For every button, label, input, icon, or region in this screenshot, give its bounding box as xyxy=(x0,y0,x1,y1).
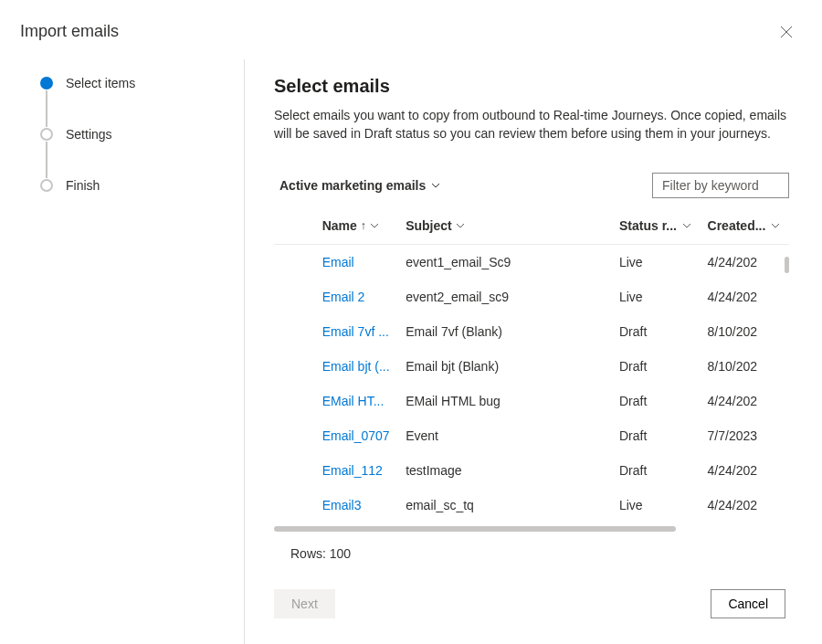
email-subject-cell: Email bjt (Blank) xyxy=(398,349,612,384)
filter-input[interactable] xyxy=(652,173,789,198)
email-created-cell: 4/24/202 xyxy=(701,453,789,488)
email-subject-cell: Event xyxy=(398,418,612,453)
table-row[interactable]: Email 2event2_email_sc9Live4/24/202 xyxy=(274,280,789,314)
main-panel: Select emails Select emails you want to … xyxy=(245,59,822,644)
email-name-link[interactable]: Email xyxy=(322,255,354,269)
view-selector[interactable]: Active marketing emails xyxy=(279,178,440,193)
step-indicator-icon xyxy=(40,179,53,192)
email-created-cell: 8/10/202 xyxy=(701,349,789,384)
column-header-status[interactable]: Status r... xyxy=(612,209,701,245)
table-row[interactable]: Email 7vf ...Email 7vf (Blank)Draft8/10/… xyxy=(274,314,789,349)
table-row[interactable]: Email_112testImageDraft4/24/202 xyxy=(274,453,789,488)
close-icon xyxy=(780,26,793,38)
email-status-cell: Live xyxy=(612,280,701,314)
table-row[interactable]: EMail HT...EMail HTML bugDraft4/24/202 xyxy=(274,384,789,418)
email-name-link[interactable]: Email_0707 xyxy=(322,428,390,443)
row-checkbox-cell[interactable] xyxy=(274,280,315,314)
view-selector-label: Active marketing emails xyxy=(279,178,426,193)
email-name-link[interactable]: EMail HT... xyxy=(322,394,385,408)
email-created-cell: 8/10/202 xyxy=(701,314,789,349)
sort-ascending-icon: ↑ xyxy=(361,219,366,232)
chevron-down-icon xyxy=(431,181,440,190)
email-status-cell: Live xyxy=(612,244,701,280)
row-checkbox-cell[interactable] xyxy=(274,314,315,349)
chevron-down-icon xyxy=(370,221,379,230)
chevron-down-icon xyxy=(771,221,780,230)
email-subject-cell: EMail HTML bug xyxy=(398,384,612,418)
step-connector xyxy=(46,142,47,178)
cancel-button[interactable]: Cancel xyxy=(711,589,785,618)
page-description: Select emails you want to copy from outb… xyxy=(274,106,789,143)
step-label: Finish xyxy=(66,178,100,193)
table-row[interactable]: Email bjt (...Email bjt (Blank)Draft8/10… xyxy=(274,349,789,384)
row-checkbox-cell[interactable] xyxy=(274,384,315,418)
email-name-link[interactable]: Email bjt (... xyxy=(322,359,390,374)
step-label: Settings xyxy=(66,127,112,142)
rows-count: Rows: 100 xyxy=(290,546,789,561)
step-connector xyxy=(46,90,47,127)
table-wrapper: Name ↑ Subject xyxy=(274,209,789,561)
email-name-link[interactable]: Email3 xyxy=(322,498,362,512)
column-header-created[interactable]: Created... xyxy=(701,209,789,245)
email-subject-cell: Email 7vf (Blank) xyxy=(398,314,612,349)
table-row[interactable]: Email3email_sc_tqLive4/24/202 xyxy=(274,488,789,523)
horizontal-scrollbar-thumb[interactable] xyxy=(274,526,676,532)
table-toolbar: Active marketing emails xyxy=(274,173,789,198)
email-subject-cell: event2_email_sc9 xyxy=(398,280,612,314)
chevron-down-icon xyxy=(456,221,465,230)
chevron-down-icon xyxy=(682,221,691,230)
email-status-cell: Live xyxy=(612,488,701,523)
dialog-header: Import emails xyxy=(0,0,822,59)
email-status-cell: Draft xyxy=(612,418,701,453)
email-created-cell: 4/24/202 xyxy=(701,244,789,280)
step-finish[interactable]: Finish xyxy=(40,178,226,193)
email-created-cell: 4/24/202 xyxy=(701,488,789,523)
page-title: Select emails xyxy=(274,76,789,97)
row-checkbox-cell[interactable] xyxy=(274,418,315,453)
email-subject-cell: event1_email_Sc9 xyxy=(398,244,612,280)
row-checkbox-cell[interactable] xyxy=(274,244,315,280)
email-created-cell: 4/24/202 xyxy=(701,280,789,314)
email-subject-cell: email_sc_tq xyxy=(398,488,612,523)
column-header-subject[interactable]: Subject xyxy=(398,209,612,245)
step-indicator-icon xyxy=(40,77,53,90)
close-button[interactable] xyxy=(776,22,796,45)
email-created-cell: 4/24/202 xyxy=(701,384,789,418)
email-subject-cell: testImage xyxy=(398,453,612,488)
wizard-stepper: Select items Settings Finish xyxy=(0,59,245,644)
column-select-all[interactable] xyxy=(274,209,315,245)
row-checkbox-cell[interactable] xyxy=(274,349,315,384)
dialog-title: Import emails xyxy=(20,22,119,41)
email-status-cell: Draft xyxy=(612,314,701,349)
next-button[interactable]: Next xyxy=(274,589,335,618)
horizontal-scrollbar-track xyxy=(274,526,789,532)
table-row[interactable]: Email_0707EventDraft7/7/2023 xyxy=(274,418,789,453)
column-header-name[interactable]: Name ↑ xyxy=(315,209,398,245)
email-name-link[interactable]: Email_112 xyxy=(322,463,383,478)
step-settings[interactable]: Settings xyxy=(40,127,226,142)
vertical-scrollbar[interactable] xyxy=(785,257,789,273)
table-row[interactable]: Emailevent1_email_Sc9Live4/24/202 xyxy=(274,244,789,280)
step-indicator-icon xyxy=(40,128,53,141)
email-name-link[interactable]: Email 2 xyxy=(322,290,365,304)
step-label: Select items xyxy=(66,76,135,90)
email-status-cell: Draft xyxy=(612,384,701,418)
emails-table: Name ↑ Subject xyxy=(274,209,789,523)
email-status-cell: Draft xyxy=(612,349,701,384)
row-checkbox-cell[interactable] xyxy=(274,453,315,488)
email-name-link[interactable]: Email 7vf ... xyxy=(322,324,389,339)
step-select-items[interactable]: Select items xyxy=(40,76,226,90)
email-status-cell: Draft xyxy=(612,453,701,488)
dialog-footer: Next Cancel xyxy=(274,589,785,618)
email-created-cell: 7/7/2023 xyxy=(701,418,789,453)
row-checkbox-cell[interactable] xyxy=(274,488,315,523)
